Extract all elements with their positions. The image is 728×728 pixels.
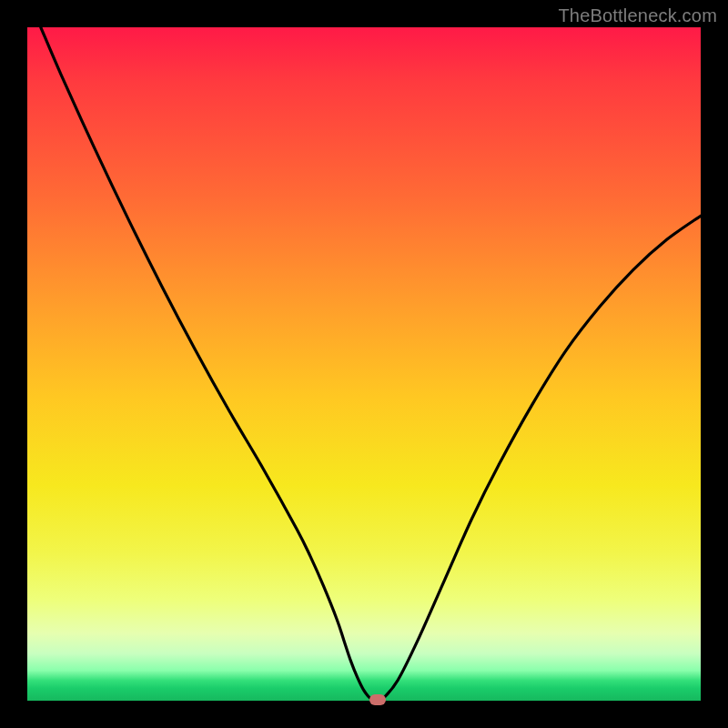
- optimal-point-marker: [369, 694, 386, 705]
- watermark-text: TheBottleneck.com: [558, 5, 717, 26]
- bottleneck-curve: [27, 27, 701, 701]
- chart-plot-area: [27, 27, 701, 701]
- curve-path: [41, 27, 701, 701]
- chart-frame: TheBottleneck.com: [0, 0, 728, 728]
